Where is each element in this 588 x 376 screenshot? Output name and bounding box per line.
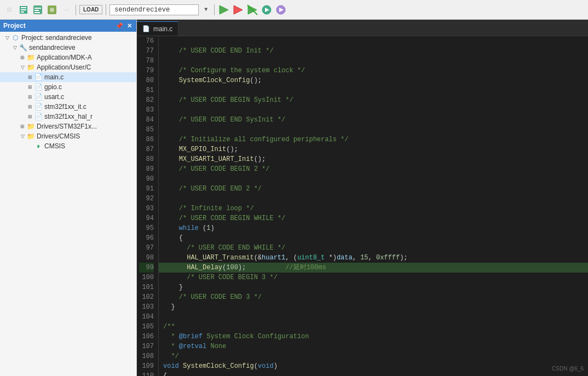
svg-marker-10: [220, 5, 228, 14]
code-line: /* USER CODE BEGIN WHILE */: [159, 213, 588, 223]
sendandrecieve-label: sendandrecieve: [29, 44, 76, 51]
expand-icon-gpio: ⊞: [26, 83, 34, 91]
code-content[interactable]: /* USER CODE END Init */ /* Configure th…: [159, 36, 588, 376]
code-line: /* USER CODE END Init */: [159, 46, 588, 56]
svg-marker-11: [234, 5, 243, 14]
code-line-highlighted: HAL_Delay(100); //延时100ms: [159, 263, 588, 273]
folder-icon-cmsis: 📁: [26, 132, 35, 141]
code-line: [159, 174, 588, 184]
project-icon: ⬡: [11, 33, 20, 42]
svg-rect-2: [21, 9, 26, 10]
sidebar-pin-btn[interactable]: 📌: [116, 22, 123, 30]
sidebar-header: Project 📌 ✕: [0, 20, 136, 32]
main-area: Project 📌 ✕ ▽ ⬡ Project: sendandrecieve …: [0, 20, 588, 376]
code-line: MX_GPIO_Init();: [159, 144, 588, 154]
toolbar-icon-4[interactable]: [46, 4, 58, 16]
code-line: void SystemClock_Config(void): [159, 361, 588, 371]
code-editor[interactable]: 76 77 78 79 80 81 82 83 84 85 86 87 88 8…: [137, 36, 588, 376]
expand-icon-main: ⊞: [26, 73, 34, 81]
file-icon-gpio: 📄: [34, 83, 43, 91]
tree-application-mdk[interactable]: ⊞ 📁 Application/MDK-A: [0, 53, 136, 62]
code-line: MX_USART1_UART_Init();: [159, 154, 588, 164]
rebuild-icon[interactable]: [246, 4, 258, 16]
tree-drivers-cmsis[interactable]: ▽ 📁 Drivers/CMSIS: [0, 131, 136, 141]
debug-icon[interactable]: [261, 4, 273, 16]
drivers-stm32-label: Drivers/STM32F1x...: [37, 123, 97, 130]
expand-icon-mdk: ⊞: [19, 54, 26, 61]
code-line: {: [159, 233, 588, 243]
file-icon-main: 📄: [34, 73, 43, 82]
translate-icon[interactable]: [218, 4, 230, 16]
download-icon[interactable]: [275, 4, 287, 16]
toolbar-sep-2: [106, 4, 106, 15]
diamond-icon-cmsis: ♦: [34, 142, 43, 151]
sidebar-title: Project: [3, 22, 26, 30]
code-line: while (1): [159, 223, 588, 233]
folder-icon-drivers: 📁: [26, 122, 35, 131]
tree-stm32-it[interactable]: ⊞ 📄 stm32f1xx_it.c: [0, 102, 136, 112]
tree-sendandrecieve[interactable]: ▽ 🔧 sendandrecieve: [0, 43, 136, 53]
code-line: /* USER CODE END SysInit */: [159, 115, 588, 125]
hal-label: stm32f1xx_hal_r: [44, 113, 93, 120]
toolbar-icon-arrow[interactable]: →: [60, 4, 72, 16]
tree-stm32-hal[interactable]: ⊞ 📄 stm32f1xx_hal_r: [0, 112, 136, 122]
toolbar-icon-3[interactable]: [32, 4, 44, 16]
code-line: [159, 194, 588, 204]
code-line: [159, 85, 588, 95]
load-button[interactable]: LOAD: [79, 5, 102, 14]
code-line: * @brief System Clock Configuration: [159, 332, 588, 342]
code-line: [159, 36, 588, 46]
build-icon[interactable]: [232, 4, 244, 16]
toolbar-icon-1[interactable]: ⚙: [3, 4, 15, 16]
code-line: /* Initialize all configured peripherals…: [159, 135, 588, 144]
code-line: }: [159, 302, 588, 312]
tab-label: main.c: [153, 25, 172, 33]
expand-icon-2: ▽: [11, 44, 19, 51]
tree-cmsis[interactable]: ♦ CMSIS: [0, 141, 136, 151]
tree-application-user[interactable]: ▽ 📁 Application/User/C: [0, 62, 136, 72]
tree-project-root[interactable]: ▽ ⬡ Project: sendandrecieve: [0, 33, 136, 43]
svg-rect-6: [34, 10, 39, 11]
expand-icon-user: ▽: [19, 63, 26, 71]
code-line: [159, 125, 588, 135]
expand-icon-stm32it: ⊞: [26, 103, 34, 111]
tab-bar: 📄 main.c: [137, 20, 588, 36]
tree-usart-c[interactable]: ⊞ 📄 usart.c: [0, 92, 136, 102]
code-line: }: [159, 282, 588, 292]
tab-main-c[interactable]: 📄 main.c: [137, 21, 178, 36]
tree-drivers-stm32[interactable]: ⊞ 📁 Drivers/STM32F1x...: [0, 122, 136, 131]
svg-rect-5: [34, 8, 41, 9]
project-name-dropdown[interactable]: ▼: [201, 4, 211, 16]
project-folder-icon: 🔧: [19, 43, 27, 52]
svg-rect-7: [34, 12, 40, 13]
code-line: SystemClock_Config();: [159, 76, 588, 85]
drivers-cmsis-label: Drivers/CMSIS: [37, 132, 80, 140]
usart-c-label: usart.c: [44, 93, 64, 101]
user-label: Application/User/C: [37, 63, 91, 71]
file-icon-stm32it: 📄: [34, 102, 43, 111]
expand-icon-drivers: ⊞: [19, 123, 26, 130]
stm32it-label: stm32f1xx_it.c: [44, 103, 87, 111]
code-line: * @retval None: [159, 342, 588, 351]
sidebar-close-btn[interactable]: ✕: [125, 22, 133, 30]
svg-rect-1: [21, 7, 26, 8]
watermark: CSDN @6_6: [552, 366, 584, 372]
expand-icon-usart: ⊞: [26, 93, 34, 101]
project-name-input[interactable]: [109, 4, 199, 15]
toolbar-icon-2[interactable]: [18, 4, 30, 16]
code-line: /* Configure the system clock */: [159, 66, 588, 76]
folder-icon-mdk: 📁: [26, 53, 35, 62]
expand-icon-cmsis2: [26, 142, 34, 150]
file-icon-usart: 📄: [34, 92, 43, 101]
code-line: /* USER CODE BEGIN SysInit */: [159, 95, 588, 105]
sidebar-tree: ▽ ⬡ Project: sendandrecieve ▽ 🔧 sendandr…: [0, 32, 136, 376]
main-c-label: main.c: [44, 73, 64, 81]
tree-main-c[interactable]: ⊞ 📄 main.c: [0, 72, 136, 82]
folder-icon-user: 📁: [26, 63, 35, 72]
code-line: /* USER CODE BEGIN 3 */: [159, 273, 588, 282]
project-label: Project: sendandrecieve: [21, 34, 92, 42]
code-line: /**: [159, 322, 588, 332]
cmsis-label: CMSIS: [44, 142, 65, 150]
tree-gpio-c[interactable]: ⊞ 📄 gpio.c: [0, 82, 136, 92]
code-line: /* USER CODE END 2 */: [159, 184, 588, 194]
